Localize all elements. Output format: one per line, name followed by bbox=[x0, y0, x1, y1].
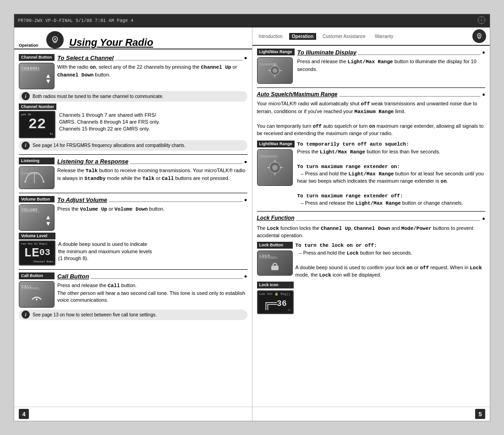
right-nav-icon bbox=[472, 29, 486, 43]
light-body: Press and release the Light/Max Range bu… bbox=[297, 58, 485, 73]
call-block: Call Button CALL bbox=[19, 272, 247, 320]
squelch-heading: Auto Squelch/Maximum Range bbox=[257, 91, 338, 98]
page-left: Operation Using Your Radio bbox=[14, 27, 252, 421]
volume-button-badge: Volume Button bbox=[19, 196, 55, 203]
info-icon-1: i bbox=[22, 92, 30, 100]
left-page-number: 4 bbox=[19, 409, 29, 419]
lock-icon-display: Low Vox 🔒 Rog)) ╔═ 36 Sc bbox=[257, 290, 294, 314]
lock-button-image: LOCK bbox=[257, 250, 293, 276]
channel-number-badge: Channel Number bbox=[19, 103, 56, 110]
volume-level-badge: Volume Level bbox=[19, 233, 55, 239]
dot-line-2 bbox=[130, 163, 242, 164]
light-detail-block: Light/Max Range bbox=[257, 141, 486, 207]
svg-point-12 bbox=[273, 68, 277, 73]
light-range-image-2 bbox=[257, 149, 293, 186]
listening-badge: Listening bbox=[19, 158, 55, 164]
lock-button-badge: Lock Button bbox=[257, 242, 293, 249]
call-body: Press and release the Call button. The o… bbox=[57, 282, 247, 304]
listening-block: Listening bbox=[19, 158, 247, 189]
left-content-area: Channel Button CHANNEL ▲ ▼ To Select a C… bbox=[14, 51, 252, 407]
channel-number-display: ▲3▼ 36 22 Sc bbox=[19, 111, 55, 138]
volume-heading: To Adjust Volume bbox=[57, 196, 107, 204]
page-right: Introduction Operation Customer Assistan… bbox=[252, 27, 490, 421]
left-section-icon bbox=[46, 31, 64, 49]
nav-operation[interactable]: Operation bbox=[289, 33, 316, 40]
light-range-badge-2: Light/Max Range bbox=[257, 141, 295, 147]
squelch-block: Auto Squelch/Maximum Range ● Your microT… bbox=[257, 91, 486, 137]
divider-1 bbox=[19, 154, 247, 155]
channel-note-2: i See page 14 for FRS/GMRS frequency all… bbox=[19, 140, 247, 151]
header-text: PR700-2WX VP-D-FINAL 5/1/06 7:01 AM Page… bbox=[18, 18, 133, 23]
left-page-title: Using Your Radio bbox=[69, 37, 153, 49]
bullet: ● bbox=[244, 54, 247, 61]
svg-point-7 bbox=[43, 181, 44, 183]
squelch-body: Your microTALK® radio will automatically… bbox=[257, 100, 486, 137]
right-content-area: Light/Max Range bbox=[252, 46, 490, 407]
light-detail-body: To temporarily turn off auto squelch: Pr… bbox=[297, 141, 485, 207]
channel-body: With the radio on, select any of the 22 … bbox=[57, 64, 247, 79]
divider-r1 bbox=[257, 87, 486, 88]
lock-block: Lock Function ● The Lock function locks … bbox=[257, 214, 486, 314]
volume-body-2: A double beep sound is used to indicate … bbox=[58, 241, 152, 262]
call-button-badge: Call Button bbox=[19, 272, 55, 279]
channel-button-image: CHANNEL ▲ ▼ bbox=[19, 63, 55, 89]
outer-page: PR700-2WX VP-D-FINAL 5/1/06 7:01 AM Page… bbox=[14, 14, 490, 421]
call-note: i See page 13 on how to select between f… bbox=[19, 310, 247, 320]
bullet-3: ● bbox=[244, 196, 247, 203]
dot-line-r1 bbox=[358, 54, 480, 55]
channel-block: Channel Button CHANNEL ▲ ▼ To Select a C… bbox=[19, 54, 247, 151]
listening-body: Release the Talk button to receive incom… bbox=[57, 167, 247, 182]
lock-body: The Lock function locks the Channel Up, … bbox=[257, 225, 486, 239]
info-icon-3: i bbox=[22, 310, 30, 319]
nav-customer-assistance[interactable]: Customer Assistance bbox=[320, 33, 368, 40]
light-range-badge: Light/Max Range bbox=[257, 49, 295, 55]
nav-warranty[interactable]: Warranty bbox=[372, 33, 396, 40]
listening-heading: Listening for a Response bbox=[57, 158, 128, 166]
left-footer: 4 bbox=[14, 407, 252, 421]
dot-line-3 bbox=[109, 201, 242, 202]
lock-heading: Lock Function bbox=[257, 214, 295, 222]
light-block: Light/Max Range bbox=[257, 49, 486, 84]
svg-rect-23 bbox=[271, 266, 279, 270]
info-icon-2: i bbox=[22, 141, 30, 150]
operation-label-left: Operation bbox=[19, 43, 40, 48]
divider-r2 bbox=[257, 211, 486, 212]
lock-icon-badge: Lock Icon bbox=[257, 282, 294, 288]
divider-2 bbox=[19, 193, 247, 193]
nav-introduction[interactable]: Introduction bbox=[256, 33, 285, 40]
top-header-bar: PR700-2WX VP-D-FINAL 5/1/06 7:01 AM Page… bbox=[14, 14, 490, 27]
right-footer: 5 bbox=[252, 407, 490, 421]
call-button-image: CALL bbox=[19, 281, 55, 308]
volume-block: Volume Button VOLUME ▲ ▼ To Adjust Volum… bbox=[19, 196, 247, 266]
svg-point-6 bbox=[24, 181, 26, 183]
svg-point-8 bbox=[36, 299, 38, 300]
lock-turn-on-off: To turn the lock on or off: – Press and … bbox=[296, 242, 486, 279]
call-heading: Call Button bbox=[57, 272, 89, 281]
volume-button-image: VOLUME ▲ ▼ bbox=[19, 204, 55, 231]
listening-image bbox=[19, 166, 55, 189]
bullet-2: ● bbox=[244, 158, 247, 165]
crop-mark bbox=[477, 16, 486, 26]
svg-point-4 bbox=[54, 38, 56, 40]
bullet-4: ● bbox=[244, 273, 247, 280]
svg-point-10 bbox=[478, 34, 480, 36]
dot-line-r3 bbox=[296, 220, 481, 221]
left-section-header: Operation Using Your Radio bbox=[14, 27, 252, 49]
channel-number-value: 22 bbox=[28, 114, 46, 135]
bullet-r1: ● bbox=[482, 49, 485, 56]
bullet-r2: ● bbox=[482, 91, 485, 98]
dot-line-r2 bbox=[340, 96, 481, 97]
volume-level-display: Low Vox El Rog)) LE 03 Channel Name bbox=[19, 240, 55, 266]
dot-line bbox=[115, 60, 242, 60]
divider-3 bbox=[19, 269, 247, 270]
bullet-r3: ● bbox=[482, 215, 485, 222]
channel-body-2: Channels 1 through 7 are shared with FRS… bbox=[59, 112, 160, 133]
nav-bar: Introduction Operation Customer Assistan… bbox=[252, 27, 490, 46]
svg-point-18 bbox=[272, 165, 278, 170]
channel-button-badge: Channel Button bbox=[19, 54, 55, 61]
light-range-image bbox=[257, 57, 293, 84]
right-page-number: 5 bbox=[475, 409, 485, 419]
dot-line-4 bbox=[91, 278, 242, 279]
channel-note-1: i Both radios must be tuned to the same … bbox=[19, 91, 247, 102]
volume-body: Press the Volume Up or Volume Down butto… bbox=[57, 206, 247, 213]
